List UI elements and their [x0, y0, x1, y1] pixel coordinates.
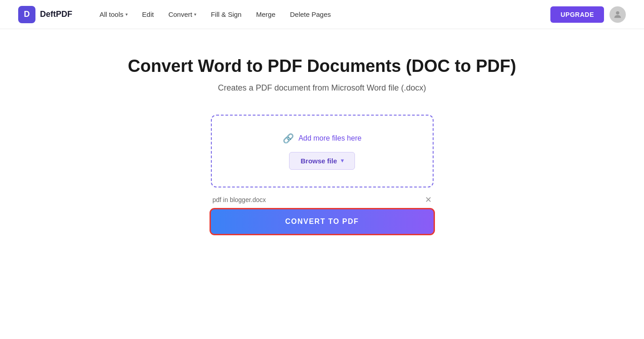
page-subtitle: Creates a PDF document from Microsoft Wo… — [218, 83, 426, 93]
upgrade-button[interactable]: UPGRADE — [550, 6, 604, 23]
nav-item-delete-pages[interactable]: Delete Pages — [285, 7, 336, 22]
nav-item-all-tools[interactable]: All tools ▾ — [94, 7, 133, 22]
main-content: Convert Word to PDF Documents (DOC to PD… — [0, 29, 644, 252]
nav-right: UPGRADE — [550, 6, 626, 23]
nav-links: All tools ▾ Edit Convert ▾ Fill & Sign M… — [94, 7, 536, 22]
page-title: Convert Word to PDF Documents (DOC to PD… — [128, 56, 516, 76]
paperclip-icon: 🔗 — [283, 133, 294, 144]
drop-zone[interactable]: 🔗 Add more files here Browse file ▾ — [211, 115, 434, 187]
chevron-down-icon: ▾ — [125, 12, 128, 17]
nav-item-fill-sign[interactable]: Fill & Sign — [205, 7, 247, 22]
logo-area[interactable]: D DeftPDF — [18, 6, 72, 23]
logo-icon: D — [18, 6, 35, 23]
convert-to-pdf-button[interactable]: CONVERT TO PDF — [211, 209, 434, 234]
chevron-down-icon: ▾ — [341, 157, 344, 164]
logo-text: DeftPDF — [40, 10, 72, 19]
nav-item-edit[interactable]: Edit — [137, 7, 160, 22]
browse-file-button[interactable]: Browse file ▾ — [289, 152, 354, 170]
nav-item-merge[interactable]: Merge — [250, 7, 281, 22]
user-avatar[interactable] — [609, 6, 626, 23]
nav-item-convert[interactable]: Convert ▾ — [163, 7, 202, 22]
file-name: pdf in blogger.docx — [213, 196, 266, 203]
svg-point-0 — [616, 11, 619, 14]
file-row: pdf in blogger.docx ✕ — [211, 191, 434, 208]
convert-button-wrapper: CONVERT TO PDF — [211, 209, 434, 234]
remove-file-button[interactable]: ✕ — [425, 196, 432, 204]
chevron-down-icon: ▾ — [194, 12, 196, 17]
drop-zone-text: 🔗 Add more files here — [283, 133, 362, 144]
navbar: D DeftPDF All tools ▾ Edit Convert ▾ Fil… — [0, 0, 644, 29]
